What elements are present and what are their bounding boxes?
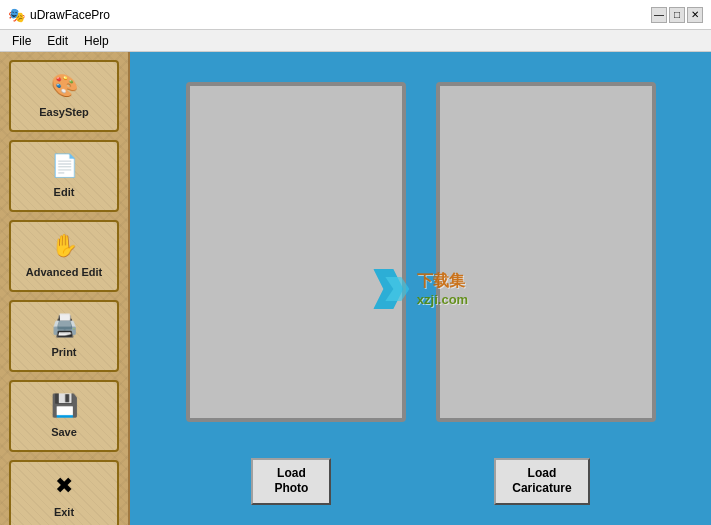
menu-edit[interactable]: Edit — [39, 32, 76, 50]
panels-row — [150, 62, 691, 442]
app-icon: 🎭 — [8, 7, 24, 23]
sidebar-btn-easystep[interactable]: 🎨 EasyStep — [9, 60, 119, 132]
main-layout: 🎨 EasyStep 📄 Edit ✋ Advanced Edit 🖨️ Pri… — [0, 52, 711, 525]
edit-icon: 📄 — [46, 148, 82, 184]
close-button[interactable]: ✕ — [687, 7, 703, 23]
load-caricature-button[interactable]: LoadCaricature — [494, 458, 589, 505]
content-area: 下载集 xzji.com LoadPhoto LoadCaricature — [130, 52, 711, 525]
save-label: Save — [51, 426, 77, 439]
minimize-button[interactable]: — — [651, 7, 667, 23]
easystep-icon: 🎨 — [46, 68, 82, 104]
caricature-panel — [436, 82, 656, 422]
sidebar-btn-edit[interactable]: 📄 Edit — [9, 140, 119, 212]
sidebar-btn-exit[interactable]: ✖ Exit — [9, 460, 119, 525]
title-bar-controls: — □ ✕ — [651, 7, 703, 23]
menu-file[interactable]: File — [4, 32, 39, 50]
load-photo-button[interactable]: LoadPhoto — [251, 458, 331, 505]
maximize-button[interactable]: □ — [669, 7, 685, 23]
print-icon: 🖨️ — [46, 308, 82, 344]
easystep-label: EasyStep — [39, 106, 89, 119]
photo-panel — [186, 82, 406, 422]
sidebar: 🎨 EasyStep 📄 Edit ✋ Advanced Edit 🖨️ Pri… — [0, 52, 130, 525]
advanced-edit-icon: ✋ — [46, 228, 82, 264]
photo-panel-inner — [190, 86, 402, 418]
print-label: Print — [51, 346, 76, 359]
menu-bar: File Edit Help — [0, 30, 711, 52]
sidebar-btn-print[interactable]: 🖨️ Print — [9, 300, 119, 372]
title-bar: 🎭 uDrawFacePro — □ ✕ — [0, 0, 711, 30]
save-icon: 💾 — [46, 388, 82, 424]
menu-help[interactable]: Help — [76, 32, 117, 50]
sidebar-btn-save[interactable]: 💾 Save — [9, 380, 119, 452]
caricature-panel-inner — [440, 86, 652, 418]
buttons-row: LoadPhoto LoadCaricature — [150, 448, 691, 515]
advanced-edit-label: Advanced Edit — [26, 266, 102, 279]
window-title: uDrawFacePro — [30, 8, 110, 22]
title-bar-left: 🎭 uDrawFacePro — [8, 7, 110, 23]
edit-label: Edit — [54, 186, 75, 199]
sidebar-btn-advanced-edit[interactable]: ✋ Advanced Edit — [9, 220, 119, 292]
exit-label: Exit — [54, 506, 74, 519]
exit-icon: ✖ — [46, 468, 82, 504]
